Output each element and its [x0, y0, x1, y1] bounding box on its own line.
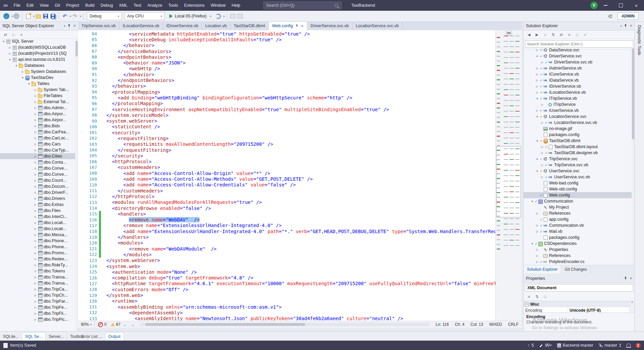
tool-tab-solution-explorer[interactable]: Solution Explorer [524, 265, 561, 273]
back-icon[interactable]: ◀ [526, 32, 532, 37]
sql-item-dbo-carloc-[interactable]: ▷dbo.CarLoc... [0, 135, 75, 141]
dock-tab-sqlite-[interactable]: SQLite... [0, 333, 22, 341]
solution-item-userservice-svc[interactable]: ▾+UserService.svc [524, 168, 632, 174]
solution-item-taxistardb-dbml[interactable]: ▾+TaxiStarDB.dbml [524, 138, 632, 144]
solution-item-idriverservice-vb[interactable]: ▷✓IDriverService.vb [524, 83, 632, 89]
expander-icon[interactable]: ▷ [33, 167, 38, 170]
expander-icon[interactable]: ▷ [33, 276, 38, 279]
start-debugging-button[interactable]: Local IIS (Firefox) ▾ [167, 12, 214, 20]
selected-object-dropdown[interactable]: XML Document [525, 284, 633, 292]
solution-item-locationservice-svc[interactable]: ▾+LocationService.svc [524, 114, 632, 120]
save-all-button[interactable] [50, 13, 56, 19]
sql-item-dbo-driverf-[interactable]: ▷dbo.DriverF... [0, 189, 75, 195]
dock-tab-output[interactable]: Output [105, 332, 124, 341]
pin-icon[interactable] [624, 276, 627, 280]
expander-icon[interactable]: ▷ [33, 318, 38, 321]
expander-icon[interactable]: ▷ [535, 91, 539, 94]
expander-icon[interactable]: ▷ [540, 151, 544, 155]
scrollbar-thumb[interactable] [632, 48, 634, 139]
expander-icon[interactable]: ▷ [535, 73, 539, 76]
code-line[interactable]: 121 <remove name="WebDAVModule" /> [78, 246, 496, 252]
code-line[interactable]: 132 <dependentAssembly> [78, 310, 496, 315]
expander-icon[interactable]: ▾ [530, 200, 534, 203]
sql-item-system-databases[interactable]: ▷System Databases [0, 69, 75, 75]
solution-item-csdependencies[interactable]: ▾✓CSDependencies [524, 240, 632, 247]
solution-item-driverservice-svc[interactable]: ▾✓DriverService.svc [524, 53, 632, 59]
categorized-icon[interactable]: ≡ [526, 294, 532, 299]
add-server-icon[interactable]: □ [11, 32, 16, 37]
tool-tab-git-changes[interactable]: Git Changes [561, 265, 591, 273]
code-line[interactable]: 111 </customHeaders> [78, 188, 496, 193]
menu-tools[interactable]: Tools [165, 0, 181, 11]
feedback-button[interactable] [607, 13, 613, 19]
refresh-dropdown[interactable]: ▾ [223, 15, 225, 18]
expander-icon[interactable]: ▷ [33, 300, 38, 303]
solution-search-input[interactable] [525, 40, 633, 48]
sql-item-dbo-bids[interactable]: ▷dbo.Bids [0, 123, 75, 129]
expander-icon[interactable]: ▷ [33, 215, 38, 218]
open-file-button[interactable] [35, 13, 41, 19]
sql-item-dbo-tokens[interactable]: ▷dbo.Tokens [0, 268, 75, 274]
forward-icon[interactable]: ▶ [534, 32, 540, 37]
sql-item-dbo-admin-[interactable]: ▷dbo.Admin... [0, 105, 75, 111]
expander-icon[interactable]: ▷ [33, 119, 38, 122]
solution-item-locationservice-svc-vb[interactable]: ▷✓LocationService.svc.vb [524, 120, 632, 126]
solution-item-taxistardb-dbml-layout[interactable]: ▷+TaxiStarDB.dbml.layout [524, 144, 632, 150]
expander-icon[interactable]: ▷ [33, 100, 38, 103]
browser-link-button[interactable] [230, 13, 236, 19]
expander-icon[interactable]: ▷ [540, 164, 544, 167]
code-line[interactable]: 116 <remove name="WebDAV" /> [78, 217, 496, 223]
expander-icon[interactable]: ▷ [8, 52, 12, 55]
keep-open-pin-icon[interactable] [296, 24, 299, 28]
editor-horizontal-scrollbar[interactable] [140, 323, 429, 326]
notifications-bell-icon[interactable] [627, 344, 631, 347]
solution-item-properties[interactable]: ▷Properties [524, 247, 632, 253]
code-line[interactable]: 126 <compilation debug="true" targetFram… [78, 275, 496, 280]
expander-icon[interactable]: ▾ [8, 58, 12, 61]
expander-icon[interactable]: ▷ [33, 252, 38, 255]
code-line[interactable]: 94 <protocolMapping> [78, 89, 496, 95]
dock-tab-error-list-[interactable]: Error List ... [78, 333, 105, 341]
previous-issue-button[interactable]: ← [123, 322, 127, 327]
undo-button[interactable]: ↶ [62, 13, 68, 19]
close-pane-icon[interactable]: × [73, 24, 76, 28]
minimize-button[interactable] [598, 0, 613, 11]
sql-item--localdb-mssqllocaldb[interactable]: ▷(localdb)\MSSQLLocalDB [0, 44, 75, 50]
expander-icon[interactable]: ▷ [33, 149, 38, 152]
switch-views-icon[interactable]: ⇅ [550, 32, 556, 37]
sql-item-dbo-airpor-[interactable]: ▷dbo.Airpor... [0, 117, 75, 123]
notification-count-badge[interactable]: 2 [636, 343, 641, 348]
code-line[interactable]: 88 <endpointBehaviors> [78, 54, 496, 60]
solution-item-references[interactable]: ▷References [524, 210, 632, 216]
repository-picker[interactable]: Backend-master [557, 343, 593, 348]
solution-item-communication-vb[interactable]: ▷✓Communication.vb [524, 222, 632, 228]
expander-icon[interactable]: ▷ [535, 67, 539, 70]
solution-item-dataservice-svc[interactable]: ▷✓DataService.svc [524, 47, 632, 53]
sql-item-tables[interactable]: ▾Tables [0, 81, 75, 87]
errors-icon[interactable] [98, 322, 103, 327]
expander-icon[interactable]: ▷ [540, 121, 544, 124]
code-line[interactable]: 114 <directoryBrowse enabled="false" /> [78, 205, 496, 211]
navigate-forward-button[interactable]: → [13, 13, 19, 19]
solution-platform-dropdown[interactable]: Any CPU▾ [124, 12, 165, 20]
menu-extensions[interactable]: Extensions [181, 0, 208, 11]
pin-icon[interactable] [67, 24, 71, 28]
expander-icon[interactable]: ▷ [33, 306, 38, 309]
sql-item-dbo-promo-[interactable]: ▷dbo.Promo... [0, 250, 75, 256]
scrollbar-thumb[interactable] [146, 323, 305, 326]
solution-item-references[interactable]: ▷References [524, 253, 632, 259]
code-line[interactable]: 115 <handlers> [78, 211, 496, 217]
collapse-all-icon[interactable]: ≡ [567, 32, 572, 37]
expander-icon[interactable]: ▷ [33, 227, 38, 230]
code-line[interactable]: 117 <remove name="ExtensionlessUrlHandle… [78, 223, 496, 228]
undo-dropdown[interactable]: ▾ [70, 15, 71, 18]
code-line[interactable]: 118 <add name="ExtensionlessUrlHandler-I… [78, 228, 496, 234]
document-tab-idriverservice-vb[interactable]: IDriverService.vb [163, 21, 202, 30]
expander-icon[interactable]: ▷ [535, 79, 539, 82]
expander-icon[interactable]: ▷ [33, 203, 38, 206]
sync-with-active-document-icon[interactable]: ⇄ [558, 32, 564, 37]
expander-icon[interactable]: ▷ [535, 248, 539, 251]
pending-changes-button[interactable]: 99+ [539, 343, 552, 348]
expander-icon[interactable]: ▷ [33, 312, 38, 315]
code-line[interactable]: 89 <behavior name="JSON"> [78, 60, 496, 65]
